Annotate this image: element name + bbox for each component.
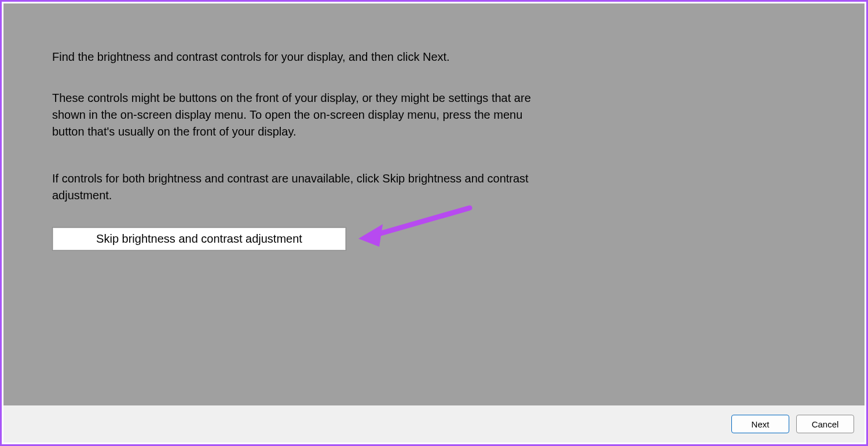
instruction-text-2: These controls might be buttons on the f… [52,90,556,140]
wizard-footer: Next Cancel [3,405,865,443]
cancel-button[interactable]: Cancel [796,415,854,433]
next-button[interactable]: Next [731,415,789,433]
svg-marker-2 [358,224,383,247]
window-frame: Find the brightness and contrast control… [0,0,868,446]
skip-brightness-contrast-button[interactable]: Skip brightness and contrast adjustment [52,227,346,251]
instruction-text-3: If controls for both brightness and cont… [52,170,556,204]
instruction-text-1: Find the brightness and contrast control… [52,49,556,65]
svg-line-1 [368,208,470,237]
annotation-arrow-icon [354,199,481,257]
wizard-content: Find the brightness and contrast control… [3,3,865,405]
